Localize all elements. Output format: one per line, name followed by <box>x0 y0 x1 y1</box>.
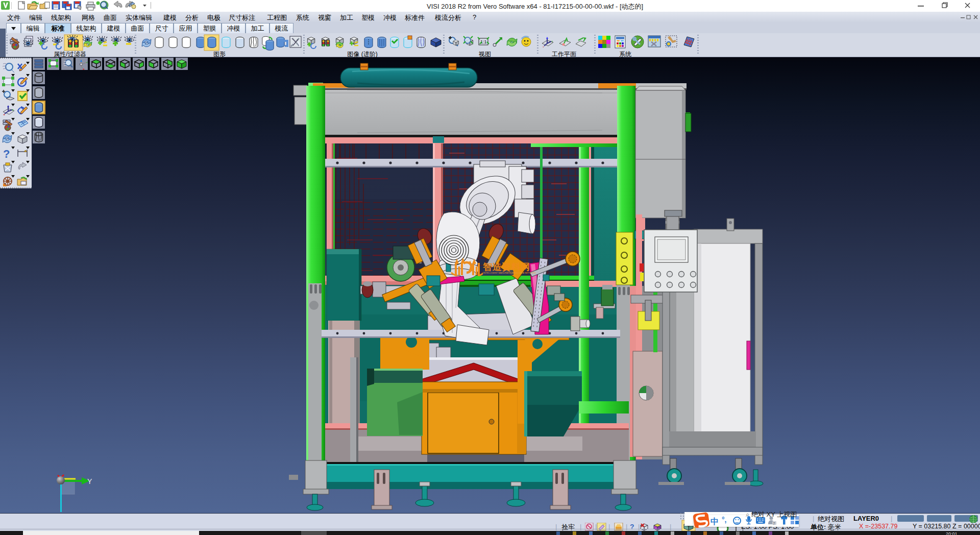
svg-text:7: 7 <box>773 522 775 525</box>
svg-text:°,: °, <box>722 516 727 524</box>
svg-text:智造资料网: 智造资料网 <box>482 262 530 272</box>
svg-text:?: ? <box>3 148 10 160</box>
svg-text:INTELLIGENT MANUFACTURING DATA: INTELLIGENT MANUFACTURING DATA NETWORK <box>483 272 536 274</box>
svg-text:Y: Y <box>87 477 92 485</box>
svg-text:中: 中 <box>710 517 719 526</box>
svg-text:?: ? <box>630 523 634 531</box>
